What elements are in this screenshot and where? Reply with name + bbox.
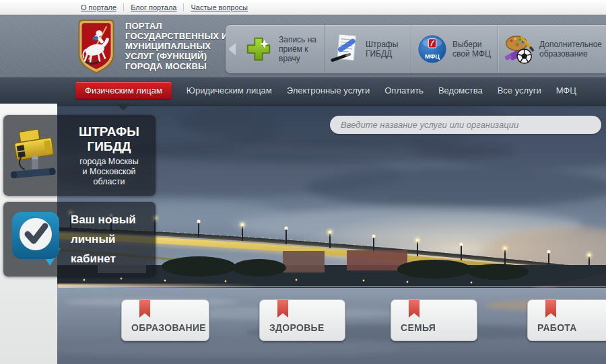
moscow-coat-of-arms-logo[interactable]	[75, 18, 117, 75]
active-tab-pointer	[116, 104, 131, 110]
nav-item-departments[interactable]: Ведомства	[438, 85, 483, 96]
banner-subtitle: города Москвы	[68, 157, 150, 167]
category-label: РАБОТА	[537, 322, 577, 333]
divider	[123, 3, 124, 11]
category-label: ЗДОРОВЬЕ	[269, 322, 325, 333]
main-content: ШТРАФЫ ГИБДД города Москвы и Московской …	[0, 104, 606, 364]
topbar-link-blog[interactable]: Блог портала	[131, 3, 176, 11]
nav-item-all-services[interactable]: Все услуги	[498, 85, 541, 96]
banner-title: Ваш новый личный кабинет	[71, 210, 146, 268]
education-activities-icon	[504, 30, 535, 68]
personal-account-banner[interactable]: Ваш новый личный кабинет	[3, 202, 156, 277]
mfc-circle-icon: МФЦ	[417, 30, 448, 68]
medical-cross-icon	[243, 30, 274, 68]
portal-page: О портале Блог портала Частые вопросы	[0, 0, 606, 364]
coat-of-arms-icon	[75, 18, 117, 75]
banner-title: ШТРАФЫ ГИБДД	[72, 124, 146, 154]
bookmark-icon	[545, 299, 556, 318]
topbar-link-about[interactable]: О портале	[81, 3, 116, 11]
banner-text: ШТРАФЫ ГИБДД города Москвы и Московской …	[68, 124, 156, 187]
quick-links-carousel: Запись на приём к врачу	[226, 25, 606, 73]
quick-link-doctor-appointment[interactable]: Запись на приём к врачу	[238, 25, 324, 73]
bookmark-icon	[139, 299, 150, 318]
quick-link-label: Штрафы ГИБДД	[366, 40, 407, 59]
banner-subtitle: и Московской области	[68, 167, 150, 187]
paid-fine-document-icon	[330, 30, 361, 68]
bookmark-icon	[277, 299, 288, 318]
topbar: О портале Блог портала Частые вопросы	[0, 0, 606, 15]
topbar-link-faq[interactable]: Частые вопросы	[191, 3, 248, 11]
traffic-fines-banner[interactable]: ШТРАФЫ ГИБДД города Москвы и Московской …	[3, 115, 156, 196]
quick-link-choose-mfc[interactable]: МФЦ Выбери свой МФЦ	[411, 25, 498, 73]
nav-item-legal-entities[interactable]: Юридическим лицам	[187, 85, 272, 96]
nav-item-individuals[interactable]: Физическим лицам	[75, 82, 172, 99]
quick-link-label: Дополнительное образование	[539, 40, 602, 59]
category-label: СЕМЬЯ	[401, 322, 436, 333]
search-input[interactable]	[330, 116, 601, 134]
category-button-work[interactable]: РАБОТА	[527, 299, 606, 341]
main-nav: Физическим лицам Юридическим лицам Элект…	[0, 77, 606, 104]
header: ПОРТАЛ ГОСУДАРСТВЕННЫХ И МУНИЦИПАЛЬНЫХ У…	[0, 15, 606, 77]
category-button-education[interactable]: ОБРАЗОВАНИЕ	[121, 299, 209, 341]
category-button-health[interactable]: ЗДОРОВЬЕ	[259, 299, 345, 341]
divider	[183, 3, 184, 11]
search-bar	[330, 116, 601, 134]
checkmark-bubble-icon	[3, 211, 71, 268]
quick-link-traffic-fines[interactable]: Штрафы ГИБДД	[324, 25, 411, 73]
mfc-badge-label: МФЦ	[425, 53, 440, 60]
nav-item-mfc[interactable]: МФЦ	[556, 85, 576, 96]
nav-item-eservices[interactable]: Электронные услуги	[287, 85, 370, 96]
carousel-left-arrow[interactable]	[226, 25, 238, 73]
quick-link-extra-education[interactable]: Дополнительное образование	[498, 25, 606, 73]
quick-link-label: Выбери свой МФЦ	[452, 40, 494, 59]
category-label: ОБРАЗОВАНИЕ	[131, 322, 206, 333]
category-button-family[interactable]: СЕМЬЯ	[391, 299, 477, 341]
speed-camera-icon	[3, 122, 68, 189]
quick-link-label: Запись на приём к врачу	[279, 35, 320, 63]
bookmark-icon	[409, 299, 419, 318]
nav-item-pay[interactable]: Оплатить	[384, 85, 424, 96]
